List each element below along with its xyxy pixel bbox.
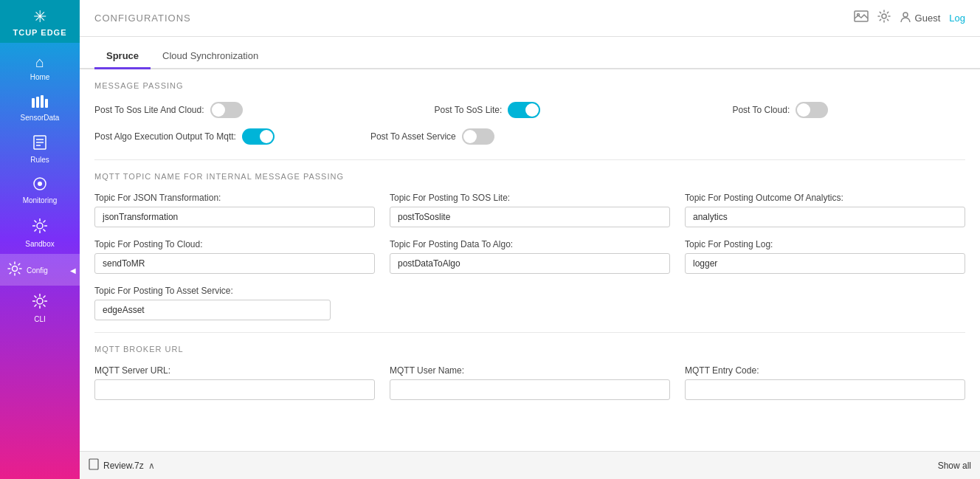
message-passing-title: MESSAGE PASSING [94, 81, 965, 90]
json-transform-input[interactable] [94, 207, 375, 227]
input-label: MQTT Entry Code: [685, 365, 965, 376]
toggle-asset[interactable] [462, 128, 494, 145]
sidebar-item-cli[interactable]: CLI [0, 286, 80, 329]
svg-point-9 [38, 182, 42, 186]
toggle-post-sos-cloud[interactable] [210, 102, 243, 118]
sidebar-item-rules[interactable]: Rules [0, 128, 80, 170]
toggle-post-cloud[interactable] [796, 102, 828, 118]
sidebar-item-sandbox[interactable]: Sandbox [0, 210, 80, 254]
mqtt-user-input[interactable] [390, 379, 670, 400]
sensordata-icon [32, 94, 48, 111]
svg-point-19 [13, 266, 18, 272]
logo-icon: ✳ [33, 7, 46, 27]
toggle-row-1: Post To Sos Lite And Cloud: Post To SoS … [94, 102, 965, 118]
sidebar-item-label: Sandbox [25, 240, 54, 248]
content-area: Spruce Cloud Synchronization MESSAGE PAS… [80, 37, 980, 451]
toggle-row-2: Post Algo Execution Output To Mqtt: Post… [94, 128, 965, 145]
sidebar-item-label: Monitoring [23, 196, 58, 204]
svg-line-17 [44, 221, 46, 223]
toggle-label: Post To SoS Lite: [435, 105, 503, 115]
tab-spruce[interactable]: Spruce [94, 44, 151, 69]
topbar-icons: Guest Log [854, 10, 965, 27]
svg-line-15 [35, 221, 37, 223]
toggle-field-algo: Post Algo Execution Output To Mqtt: [94, 128, 275, 145]
input-label: Topic For JSON Transformation: [94, 193, 375, 203]
sidebar-item-monitoring[interactable]: Monitoring [0, 170, 80, 210]
toggle-field-post-sos-lite: Post To SoS Lite: [435, 102, 541, 118]
posting-analytics-input[interactable] [685, 207, 965, 227]
toggle-field-post-cloud: Post To Cloud: [732, 102, 828, 118]
toggle-algo[interactable] [242, 128, 275, 145]
sidebar-item-label: Rules [30, 156, 49, 164]
download-expand-icon[interactable]: ∧ [148, 461, 155, 471]
download-item: Review.7z ∧ [89, 458, 938, 472]
svg-point-10 [37, 223, 43, 229]
cli-icon [32, 293, 48, 313]
svg-line-25 [35, 296, 37, 298]
input-label: Topic For Posting Log: [685, 239, 965, 249]
sidebar-item-label: SensorData [21, 114, 60, 122]
toggle-field-asset: Post To Asset Service [370, 128, 494, 145]
svg-line-18 [35, 230, 37, 232]
svg-point-32 [903, 13, 908, 17]
svg-rect-33 [89, 459, 98, 469]
sidebar-item-label: Home [30, 73, 50, 81]
topbar: CONFIGURATIONS [80, 0, 980, 37]
main-content: CONFIGURATIONS [80, 0, 980, 479]
app-name: TCUP EDGE [13, 28, 67, 37]
tabs: Spruce Cloud Synchronization [80, 37, 980, 69]
input-label: Topic For Posting Outcome Of Analytics: [685, 193, 965, 203]
sidebar: ✳ TCUP EDGE ⌂ Home SensorData [0, 0, 80, 479]
home-icon: ⌂ [35, 54, 44, 71]
app-logo: ✳ TCUP EDGE [0, 0, 80, 43]
input-posting-sos-lite: Topic For Posting To SOS Lite: [390, 193, 670, 227]
tab-cloud-synchronization[interactable]: Cloud Synchronization [151, 44, 270, 69]
posting-cloud-input[interactable] [94, 253, 375, 274]
svg-point-20 [37, 298, 43, 304]
user-icon [900, 11, 911, 26]
download-filename: Review.7z [103, 461, 144, 471]
config-arrow-icon: ◀ [70, 266, 76, 275]
svg-line-28 [35, 305, 37, 307]
mqtt-entry-code-input[interactable] [685, 379, 965, 400]
input-mqtt-server: MQTT Server URL: [94, 365, 375, 400]
input-posting-log: Topic For Posting Log: [685, 239, 965, 274]
sidebar-item-label: Config [27, 266, 48, 275]
settings-icon[interactable] [877, 10, 891, 27]
toggle-label: Post Algo Execution Output To Mqtt: [94, 131, 236, 142]
sidebar-nav: ⌂ Home SensorData [0, 43, 80, 329]
mqtt-broker-title: MQTT BROKER URL [94, 345, 965, 354]
svg-rect-2 [41, 95, 44, 108]
file-icon [89, 458, 99, 472]
toggle-label: Post To Sos Lite And Cloud: [94, 105, 204, 115]
toggle-label: Post To Cloud: [732, 105, 790, 115]
posting-sos-lite-input[interactable] [390, 207, 670, 227]
bottombar: Review.7z ∧ Show all [80, 451, 980, 479]
mqtt-server-input[interactable] [94, 379, 375, 400]
svg-point-31 [882, 14, 886, 18]
posting-algo-input[interactable] [390, 253, 670, 274]
sidebar-item-label: CLI [34, 315, 46, 323]
svg-rect-1 [36, 97, 39, 108]
mqtt-broker-grid: MQTT Server URL: MQTT User Name: MQTT En… [94, 365, 965, 400]
input-posting-algo: Topic For Posting Data To Algo: [390, 239, 670, 274]
image-icon[interactable] [854, 10, 869, 26]
rules-icon [33, 135, 46, 154]
svg-rect-0 [32, 98, 35, 108]
input-posting-analytics: Topic For Posting Outcome Of Analytics: [685, 193, 965, 227]
input-posting-asset: Topic For Posting To Asset Service: [94, 286, 375, 320]
sidebar-item-home[interactable]: ⌂ Home [0, 46, 80, 87]
input-label: MQTT Server URL: [94, 365, 375, 376]
mqtt-topic-grid: Topic For JSON Transformation: Topic For… [94, 193, 965, 320]
posting-log-input[interactable] [685, 253, 965, 274]
input-label: Topic For Posting To Cloud: [94, 239, 375, 249]
input-mqtt-user: MQTT User Name: [390, 365, 670, 400]
show-all-button[interactable]: Show all [938, 461, 971, 471]
sidebar-item-config[interactable]: Config ◀ [0, 254, 80, 286]
input-mqtt-entry-code: MQTT Entry Code: [685, 365, 965, 400]
log-button[interactable]: Log [949, 13, 965, 24]
posting-asset-input[interactable] [94, 300, 331, 320]
sandbox-icon [32, 218, 48, 238]
toggle-post-sos-lite[interactable] [508, 102, 540, 118]
sidebar-item-sensordata[interactable]: SensorData [0, 87, 80, 128]
